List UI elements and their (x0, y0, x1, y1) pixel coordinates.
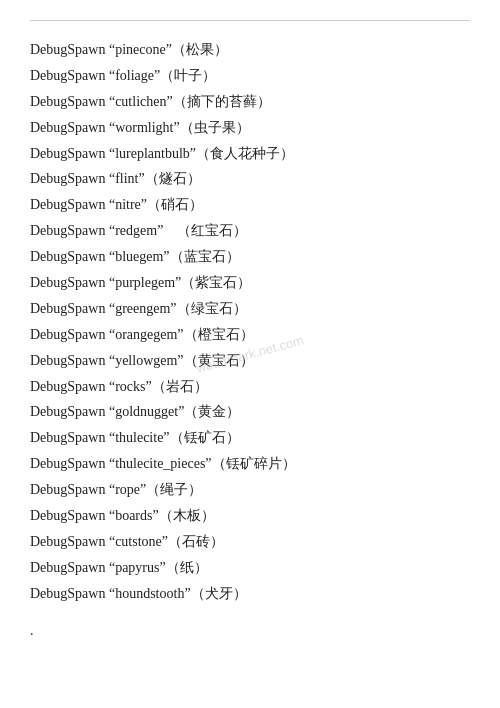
list-item: DebugSpawn “rope”（绳子） (30, 477, 470, 503)
list-item: DebugSpawn “cutlichen”（摘下的苔藓） (30, 89, 470, 115)
list-item: DebugSpawn “purplegem”（紫宝石） (30, 270, 470, 296)
list-item: DebugSpawn “houndstooth”（犬牙） (30, 581, 470, 607)
bottom-dot: . (30, 623, 470, 639)
list-item: DebugSpawn “lureplantbulb”（食人花种子） (30, 141, 470, 167)
list-item: DebugSpawn “flint”（燧石） (30, 166, 470, 192)
item-list: DebugSpawn “pinecone”（松果）DebugSpawn “fol… (30, 37, 470, 607)
list-item: DebugSpawn “thulecite_pieces”（铥矿碎片） (30, 451, 470, 477)
list-item: DebugSpawn “greengem”（绿宝石） (30, 296, 470, 322)
list-item: DebugSpawn “nitre”（硝石） (30, 192, 470, 218)
list-item: DebugSpawn “pinecone”（松果） (30, 37, 470, 63)
list-item: DebugSpawn “redgem” （红宝石） (30, 218, 470, 244)
list-item: DebugSpawn “foliage”（叶子） (30, 63, 470, 89)
list-item: DebugSpawn “thulecite”（铥矿石） (30, 425, 470, 451)
list-item: DebugSpawn “bluegem”（蓝宝石） (30, 244, 470, 270)
list-item: DebugSpawn “rocks”（岩石） (30, 374, 470, 400)
list-item: DebugSpawn “goldnugget”（黄金） (30, 399, 470, 425)
list-item: DebugSpawn “papyrus”（纸） (30, 555, 470, 581)
list-item: DebugSpawn “boards”（木板） (30, 503, 470, 529)
list-item: DebugSpawn “yellowgem”（黄宝石） (30, 348, 470, 374)
top-divider (30, 20, 470, 21)
list-item: DebugSpawn “cutstone”（石砖） (30, 529, 470, 555)
list-item: DebugSpawn “orangegem”（橙宝石） (30, 322, 470, 348)
list-item: DebugSpawn “wormlight”（虫子果） (30, 115, 470, 141)
